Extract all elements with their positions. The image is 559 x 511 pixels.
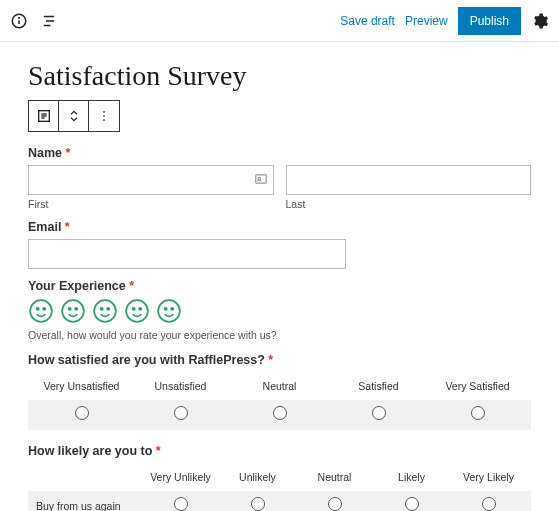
svg-point-18 (62, 300, 84, 322)
scale-label: Very Satisfied (428, 380, 527, 392)
svg-point-15 (30, 300, 52, 322)
required-asterisk: * (156, 444, 161, 458)
radio-option[interactable] (251, 497, 265, 511)
block-type-icon[interactable] (29, 101, 59, 131)
radio-option[interactable] (273, 406, 287, 420)
block-toolbar (28, 100, 120, 132)
svg-point-14 (258, 177, 260, 179)
move-handle-icon[interactable] (59, 101, 89, 131)
likelihood-label: How likely are you to * (28, 444, 531, 458)
svg-rect-13 (255, 175, 266, 183)
svg-point-27 (158, 300, 180, 322)
preview-link[interactable]: Preview (405, 14, 448, 28)
editor-topbar: Save draft Preview Publish (0, 0, 559, 42)
svg-point-21 (94, 300, 116, 322)
svg-point-20 (75, 308, 77, 310)
email-field: Email * (28, 220, 531, 269)
email-input[interactable] (28, 239, 346, 269)
smiley-rating-1[interactable] (28, 298, 54, 324)
save-draft-link[interactable]: Save draft (340, 14, 395, 28)
svg-point-22 (101, 308, 103, 310)
svg-point-23 (107, 308, 109, 310)
last-name-sublabel: Last (286, 198, 532, 210)
satisfaction-label: How satisfied are you with RafflePress? … (28, 353, 531, 367)
experience-label: Your Experience * (28, 279, 531, 293)
svg-point-19 (69, 308, 71, 310)
satisfaction-scale-header: Very Unsatisfied Unsatisfied Neutral Sat… (28, 372, 531, 400)
smiley-rating-2[interactable] (60, 298, 86, 324)
satisfaction-field: How satisfied are you with RafflePress? … (28, 353, 531, 430)
svg-point-11 (103, 115, 105, 117)
name-label: Name * (28, 146, 531, 160)
scale-label: Very Unlikely (142, 471, 219, 483)
scale-label: Satisfied (329, 380, 428, 392)
svg-point-16 (37, 308, 39, 310)
experience-field: Your Experience * Overall, how would you… (28, 279, 531, 341)
scale-label: Unsatisfied (131, 380, 230, 392)
last-name-input[interactable] (286, 165, 532, 195)
likelihood-row: Buy from us again (28, 491, 531, 511)
scale-label: Neutral (230, 380, 329, 392)
svg-point-17 (43, 308, 45, 310)
smiley-rating-5[interactable] (156, 298, 182, 324)
outline-icon[interactable] (40, 12, 58, 30)
svg-point-2 (19, 17, 20, 18)
experience-help-text: Overall, how would you rate your experie… (28, 329, 531, 341)
info-icon[interactable] (10, 12, 28, 30)
svg-point-29 (171, 308, 173, 310)
smiley-rating-3[interactable] (92, 298, 118, 324)
radio-option[interactable] (75, 406, 89, 420)
name-field: Name * First Last (28, 146, 531, 210)
smiley-rating-4[interactable] (124, 298, 150, 324)
svg-point-26 (139, 308, 141, 310)
required-asterisk: * (268, 353, 273, 367)
scale-label: Very Likely (450, 471, 527, 483)
row-label: Buy from us again (32, 500, 142, 511)
publish-button[interactable]: Publish (458, 7, 521, 35)
email-label: Email * (28, 220, 531, 234)
radio-option[interactable] (174, 406, 188, 420)
scale-label: Likely (373, 471, 450, 483)
contact-card-icon[interactable] (254, 172, 268, 186)
more-options-icon[interactable] (89, 101, 119, 131)
settings-gear-icon[interactable] (531, 12, 549, 30)
likelihood-field: How likely are you to * Very Unlikely Un… (28, 444, 531, 511)
svg-point-24 (126, 300, 148, 322)
radio-option[interactable] (405, 497, 419, 511)
editor-content: Satisfaction Survey Name * First Last (0, 42, 559, 511)
scale-label: Neutral (296, 471, 373, 483)
radio-option[interactable] (328, 497, 342, 511)
scale-label: Very Unsatisfied (32, 380, 131, 392)
radio-option[interactable] (471, 406, 485, 420)
scale-label: Unlikely (219, 471, 296, 483)
radio-option[interactable] (372, 406, 386, 420)
radio-option[interactable] (482, 497, 496, 511)
svg-point-25 (133, 308, 135, 310)
required-asterisk: * (65, 220, 70, 234)
svg-point-28 (165, 308, 167, 310)
page-title[interactable]: Satisfaction Survey (28, 60, 531, 92)
required-asterisk: * (66, 146, 71, 160)
first-name-sublabel: First (28, 198, 274, 210)
radio-option[interactable] (174, 497, 188, 511)
required-asterisk: * (129, 279, 134, 293)
likelihood-scale-header: Very Unlikely Unlikely Neutral Likely Ve… (28, 463, 531, 491)
first-name-input[interactable] (28, 165, 274, 195)
svg-point-10 (103, 111, 105, 113)
svg-point-12 (103, 119, 105, 121)
satisfaction-row (28, 400, 531, 430)
